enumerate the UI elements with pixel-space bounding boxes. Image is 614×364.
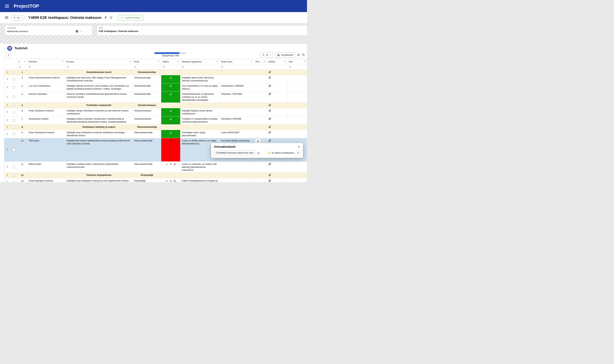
cell-toiminto[interactable]: Vastaanota tuotteet (27, 116, 65, 124)
cell-testin-tulos[interactable] (220, 125, 254, 130)
paperclip-icon[interactable] (269, 179, 271, 182)
cell-toiminto[interactable]: Tiliöi lasku (27, 138, 65, 161)
status-cell[interactable] (161, 173, 180, 178)
chevron-down-icon[interactable] (80, 30, 82, 32)
cell-rooli[interactable]: Talousasiantuntija (133, 125, 161, 130)
menu-icon[interactable] (5, 4, 9, 9)
mark-pending-icon[interactable] (174, 180, 176, 182)
paperclip-icon[interactable] (269, 163, 271, 165)
cell-odotettu[interactable]: Lasku on maksettu, ja maksun tila päivit… (180, 162, 220, 172)
cell-odotettu[interactable]: Uusi ostoehdotus on luotu ja näkyy lista… (180, 83, 220, 91)
row-checkbox[interactable] (13, 133, 15, 135)
cell-kuvaus[interactable]: Tuotteiden vastaanotto (65, 103, 133, 108)
status-cell[interactable] (161, 130, 180, 138)
column-header-toiminto[interactable]: Toiminto (27, 59, 65, 64)
cell-toiminto[interactable] (27, 70, 65, 75)
cell-rooli[interactable]: Talousasiantuntija (133, 130, 161, 138)
copy-icon[interactable] (302, 53, 305, 56)
parent-field[interactable]: Vanhempi Hankinnan prosessi (5, 25, 92, 36)
row-checkbox[interactable] (13, 111, 15, 114)
popup-external-link-icon[interactable] (257, 152, 260, 154)
drag-handle[interactable]: ⠿ (4, 178, 10, 182)
eraser-icon[interactable] (297, 53, 300, 56)
cell-rooli[interactable]: Kirjanpitäjä (133, 173, 161, 178)
cell-odotettu[interactable] (180, 70, 220, 75)
cell-kuvaus[interactable]: Ostoehdotuksen luonti (65, 70, 133, 75)
drag-handle[interactable]: ⠿ (4, 125, 10, 130)
cell-rooli[interactable]: Ostoasiantuntija (133, 70, 161, 75)
row-checkbox[interactable] (13, 166, 15, 168)
paperclip-icon[interactable] (269, 117, 271, 120)
column-header-rooli[interactable]: Rooli (133, 59, 161, 64)
search-odotettu[interactable] (180, 64, 220, 69)
row-checkbox[interactable] (13, 104, 15, 107)
column-header-status[interactable]: Status (161, 59, 180, 64)
error-activity-button[interactable] (255, 139, 260, 143)
cell-kuvaus[interactable]: Generoi ostotilaus ostoehdotuksesta järj… (65, 91, 133, 102)
search-tulos[interactable] (220, 64, 254, 69)
status-cell[interactable] (161, 162, 180, 172)
filter-icon[interactable] (284, 61, 286, 63)
status-cell[interactable] (161, 91, 180, 102)
filter-icon[interactable] (158, 61, 160, 63)
paperclip-icon[interactable] (269, 76, 271, 79)
drag-handle[interactable]: ⠿ (4, 83, 10, 91)
drag-handle[interactable]: ⠿ (4, 130, 10, 138)
row-checkbox[interactable] (13, 174, 15, 177)
status-cell[interactable] (161, 138, 180, 161)
cell-rooli[interactable]: Talousasiantuntija (133, 138, 161, 161)
ai-button[interactable]: AI (11, 15, 24, 20)
badge-close-button[interactable] (296, 151, 300, 155)
status-cell[interactable] (161, 83, 180, 91)
filter-icon[interactable] (251, 61, 253, 63)
drag-handle[interactable]: ⠿ (4, 103, 10, 108)
cell-odotettu[interactable]: Tuotteet on vastaanotettu ja kirjattu va… (180, 116, 220, 124)
cell-kuvaus[interactable]: Käyttäjä navigoi Ostotilaus-moduuliin ja… (65, 108, 133, 116)
status-cell[interactable] (161, 75, 180, 83)
status-cell[interactable] (161, 103, 180, 108)
cell-kuvaus[interactable]: Käyttäjä avaa Ostolaskut-moduulin etsiäk… (65, 130, 133, 138)
row-checkbox[interactable] (13, 181, 15, 182)
cell-rooli[interactable]: Varastovastaava (133, 116, 161, 124)
cell-testin-tulos[interactable] (220, 108, 254, 116)
add-row-button[interactable]: + (6, 52, 11, 57)
drag-handle[interactable]: ⠿ (4, 138, 10, 161)
cell-testin-tulos[interactable]: Siirtotilaus 3005468 (220, 116, 254, 124)
drag-handle[interactable]: ⠿ (4, 116, 10, 124)
cell-toiminto[interactable]: Maksa lasku (27, 162, 65, 172)
cell-testin-tulos[interactable]: Lasku 800321687 (220, 130, 254, 138)
cell-toiminto[interactable]: Avaa Ostolaskut-moduuli (27, 130, 65, 138)
cell-testin-tulos[interactable] (220, 103, 254, 108)
status-cell[interactable] (161, 108, 180, 116)
paperclip-icon[interactable] (269, 104, 271, 106)
drag-handle[interactable]: ⠿ (4, 75, 10, 83)
search-toiminto[interactable] (27, 64, 65, 69)
cell-toiminto[interactable] (27, 173, 65, 178)
cell-testin-tulos[interactable] (220, 173, 254, 178)
stop-testing-button[interactable]: Lopeta testaus (118, 15, 143, 20)
cell-odotettu[interactable]: Ostoehdotuksesta on generoitu ostotilaus… (180, 91, 220, 102)
cell-odotettu[interactable]: Kaikki ostotapahtumat on kirjattu ja til… (180, 178, 220, 182)
mark-fail-icon[interactable] (170, 163, 172, 165)
status-cell[interactable] (161, 178, 180, 182)
paperclip-icon[interactable] (269, 109, 271, 112)
drag-handle[interactable]: ⠿ (4, 108, 10, 116)
filter-icon[interactable] (263, 61, 266, 63)
table-ai-button[interactable]: AI (260, 52, 273, 57)
search-kuvaus[interactable] (65, 64, 133, 69)
cell-rooli[interactable]: Kirjanpitäjä (133, 178, 161, 182)
mark-pending-icon[interactable] (174, 163, 176, 166)
filter-icon[interactable] (62, 61, 64, 63)
cell-toiminto[interactable] (27, 103, 65, 108)
status-cell[interactable] (161, 116, 180, 124)
mark-fail-icon[interactable] (170, 180, 172, 182)
mark-pass-icon[interactable] (165, 163, 168, 166)
search-num[interactable] (17, 64, 27, 69)
cell-rooli[interactable]: Ostoasiantuntija (133, 91, 161, 102)
row-checkbox[interactable] (13, 126, 15, 129)
pin-icon[interactable] (104, 16, 107, 19)
cell-kuvaus[interactable]: Käyttäjä kuittaa tuotteiden vastaanoton … (65, 116, 133, 124)
cell-kuvaus[interactable]: Käyttäjä suorittaa laskun maksamisen jär… (65, 162, 133, 172)
row-checkbox[interactable] (13, 78, 15, 80)
cell-testin-tulos[interactable]: Ostoehdotus 1565462 (220, 83, 254, 91)
